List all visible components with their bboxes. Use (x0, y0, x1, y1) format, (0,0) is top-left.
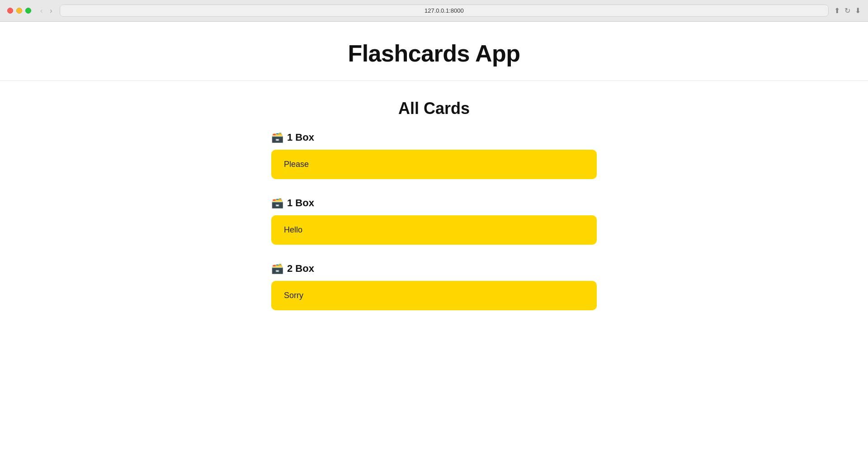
box-label-3: 🗃️2 Box (271, 263, 597, 275)
traffic-lights (7, 8, 31, 14)
card-group-2: 🗃️1 BoxHello (271, 197, 597, 245)
page-content: All Cards 🗃️1 BoxPlease🗃️1 BoxHello🗃️2 B… (262, 81, 606, 346)
forward-button[interactable]: › (48, 6, 54, 16)
box-icon-3: 🗃️ (271, 263, 283, 275)
box-label-text-2: 1 Box (287, 197, 314, 209)
section-title: All Cards (271, 99, 597, 118)
page-header: Flashcards App (0, 22, 868, 81)
traffic-light-yellow[interactable] (16, 8, 22, 14)
address-bar[interactable]: 127.0.0.1:8000 (60, 5, 829, 17)
box-label-text-3: 2 Box (287, 263, 314, 275)
box-label-text-1: 1 Box (287, 132, 314, 143)
download-icon[interactable]: ⬇ (855, 6, 861, 15)
flashcard-1[interactable]: Please (271, 150, 597, 179)
card-group-3: 🗃️2 BoxSorry (271, 263, 597, 310)
flashcard-3[interactable]: Sorry (271, 281, 597, 310)
browser-chrome: ‹ › 127.0.0.1:8000 ⬆ ↻ ⬇ (0, 0, 868, 22)
box-label-2: 🗃️1 Box (271, 197, 597, 209)
browser-actions: ⬆ ↻ ⬇ (834, 6, 861, 15)
reload-icon[interactable]: ↻ (844, 6, 850, 15)
flashcard-2[interactable]: Hello (271, 215, 597, 245)
traffic-light-red[interactable] (7, 8, 13, 14)
card-groups-container: 🗃️1 BoxPlease🗃️1 BoxHello🗃️2 BoxSorry (271, 132, 597, 310)
box-icon-2: 🗃️ (271, 197, 283, 209)
card-group-1: 🗃️1 BoxPlease (271, 132, 597, 179)
box-icon-1: 🗃️ (271, 132, 283, 143)
back-button[interactable]: ‹ (38, 6, 44, 16)
share-icon[interactable]: ⬆ (834, 6, 840, 15)
traffic-light-green[interactable] (25, 8, 31, 14)
nav-buttons: ‹ › (38, 6, 54, 16)
box-label-1: 🗃️1 Box (271, 132, 597, 143)
page-title: Flashcards App (9, 40, 859, 67)
